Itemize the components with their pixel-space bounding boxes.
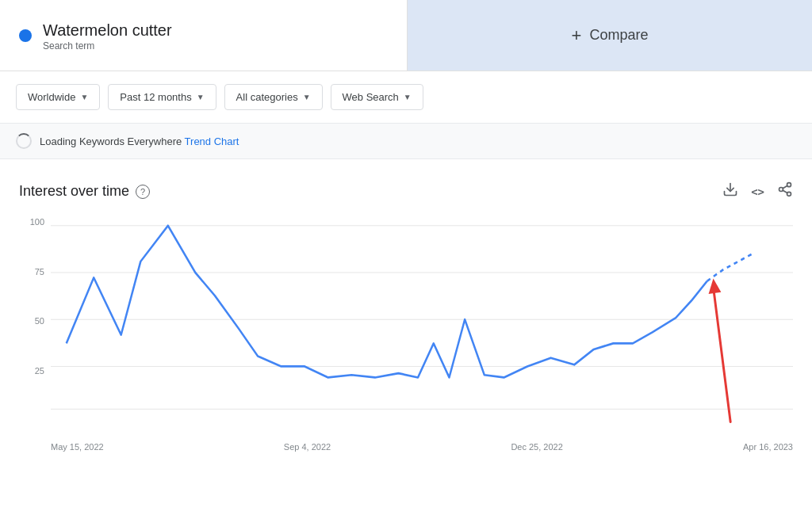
red-arrow-head <box>709 279 722 294</box>
interest-title-group: Interest over time ? <box>19 183 150 200</box>
x-label-sep: Sep 4, 2022 <box>284 442 331 452</box>
y-axis-labels: 100 75 50 25 <box>19 217 44 439</box>
chevron-down-icon: ▼ <box>80 93 88 101</box>
interest-section: Interest over time ? <> 100 75 50 25 <box>0 159 812 460</box>
term-indicator-dot <box>19 29 32 42</box>
filter-time-range[interactable]: Past 12 months ▼ <box>108 84 216 110</box>
projected-line <box>707 253 754 281</box>
chevron-down-icon: ▼ <box>404 93 412 101</box>
interest-title: Interest over time <box>19 183 129 200</box>
y-label-25: 25 <box>19 366 44 376</box>
svg-line-4 <box>783 190 787 193</box>
x-axis-labels: May 15, 2022 Sep 4, 2022 Dec 25, 2022 Ap… <box>19 439 793 452</box>
top-section: Watermelon cutter Search term + Compare <box>0 0 812 71</box>
search-term-text: Watermelon cutter Search term <box>43 20 172 52</box>
chevron-down-icon: ▼ <box>197 93 205 101</box>
embed-code-icon[interactable]: <> <box>751 185 764 198</box>
compare-label: Compare <box>589 27 648 44</box>
compare-box[interactable]: + Compare <box>408 0 812 71</box>
trend-line <box>67 226 707 378</box>
share-icon[interactable] <box>777 181 793 201</box>
svg-line-11 <box>714 287 731 422</box>
chart-container: 100 75 50 25 <box>19 217 793 439</box>
x-label-may: May 15, 2022 <box>51 442 104 452</box>
help-icon[interactable]: ? <box>136 185 150 199</box>
loading-highlight: Trend Chart <box>185 135 239 147</box>
y-label-75: 75 <box>19 267 44 277</box>
filter-worldwide[interactable]: Worldwide ▼ <box>16 84 100 110</box>
search-term-label: Search term <box>43 40 172 52</box>
x-label-dec: Dec 25, 2022 <box>511 442 562 452</box>
filter-search-type[interactable]: Web Search ▼ <box>331 84 423 110</box>
y-label-100: 100 <box>19 217 44 227</box>
interest-actions: <> <box>722 181 793 201</box>
filter-bar: Worldwide ▼ Past 12 months ▼ All categor… <box>0 71 812 124</box>
search-term-box: Watermelon cutter Search term <box>0 0 408 71</box>
search-term-name: Watermelon cutter <box>43 20 172 40</box>
svg-line-5 <box>783 185 787 188</box>
loading-text: Loading Keywords Everywhere Trend Chart <box>40 135 239 147</box>
download-icon[interactable] <box>722 181 738 201</box>
chevron-down-icon: ▼ <box>303 93 311 101</box>
chart-svg <box>51 217 793 439</box>
x-label-apr: Apr 16, 2023 <box>743 442 793 452</box>
filter-categories[interactable]: All categories ▼ <box>224 84 323 110</box>
loading-spinner <box>16 133 32 149</box>
compare-plus-icon: + <box>572 25 582 46</box>
loading-banner: Loading Keywords Everywhere Trend Chart <box>0 124 812 159</box>
y-label-50: 50 <box>19 316 44 326</box>
interest-header: Interest over time ? <> <box>19 181 793 201</box>
